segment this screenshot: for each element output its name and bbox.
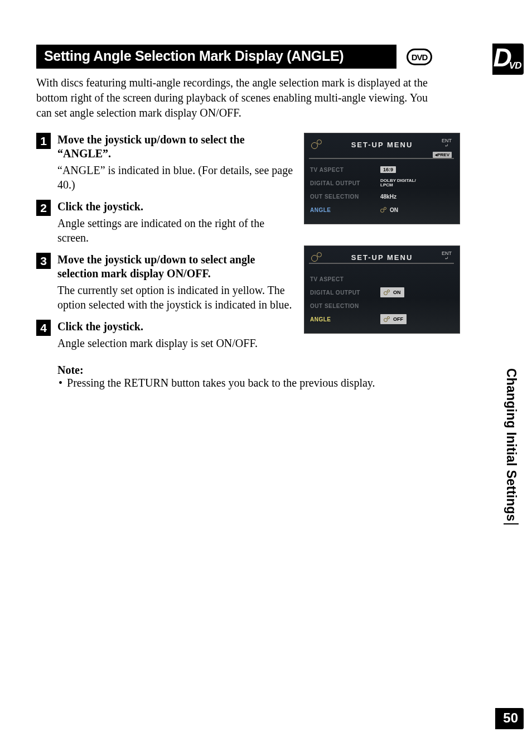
step-desc: The currently set option is indicated in… — [57, 283, 298, 312]
row-label: ANGLE — [309, 316, 380, 322]
prev-button[interactable]: ◂PREV — [433, 152, 452, 158]
step-desc: Angle selection mark display is set ON/O… — [57, 336, 298, 350]
gears-icon — [384, 315, 391, 323]
note-bullet: • Pressing the RETURN button takes you b… — [57, 377, 432, 389]
gears-icon — [380, 206, 388, 214]
step-title: Move the joystick up/down to select the … — [57, 133, 298, 161]
note-block: Note: • Pressing the RETURN button takes… — [57, 364, 432, 389]
row-label: DIGITAL OUTPUT — [309, 180, 380, 186]
step-title: Move the joystick up/down to select angl… — [57, 253, 298, 281]
step-desc: “ANGLE” is indicated in blue. (For detai… — [57, 163, 298, 192]
gears-icon — [311, 138, 323, 150]
step-desc: Angle settings are indicated on the righ… — [57, 216, 298, 245]
menu-row-angle[interactable]: ANGLE ON — [309, 204, 455, 216]
menu-row-out-selection[interactable]: OUT SELECTION 48kHz — [309, 190, 455, 203]
option-on: ON — [380, 287, 404, 297]
dvd-side-tab: D VD — [492, 44, 524, 75]
menu-title: SET-UP MENU — [351, 253, 413, 262]
note-text: Pressing the RETURN button takes you bac… — [67, 377, 375, 389]
row-label: ANGLE — [309, 207, 380, 213]
step-number: 4 — [36, 320, 51, 336]
row-value: ON — [390, 207, 398, 213]
section-title: Setting Angle Selection Mark Display (AN… — [36, 45, 396, 69]
menu-row-tv-aspect[interactable]: TV ASPECT 16:9 — [309, 163, 455, 176]
gears-icon — [384, 288, 391, 296]
row-label: DIGITAL OUTPUT — [309, 290, 380, 296]
row-value: DOLBY DIGITAL/ LPCM — [380, 179, 416, 187]
option-off: OFF — [380, 314, 407, 324]
dvd-disc-icon — [407, 49, 432, 65]
menu-row-digital-output[interactable]: DIGITAL OUTPUT ON — [309, 286, 455, 298]
menu-row-tv-aspect[interactable]: TV ASPECT — [309, 273, 455, 285]
title-row: Setting Angle Selection Mark Display (AN… — [36, 45, 432, 69]
bullet-dot: • — [59, 377, 62, 389]
menu-title: SET-UP MENU — [351, 141, 413, 149]
row-label: OUT SELECTION — [309, 303, 380, 309]
setup-menu-panel-1: SET-UP MENU ENT⤶ ◂PREV TV ASPECT 16:9 DI… — [304, 133, 460, 224]
step-title: Click the joystick. — [57, 200, 298, 214]
step-number: 3 — [36, 253, 51, 269]
gears-icon — [311, 251, 323, 263]
intro-paragraph: With discs featuring multi-angle recordi… — [36, 75, 432, 121]
ent-indicator: ENT⤶ — [442, 138, 452, 148]
step-number: 1 — [36, 133, 51, 149]
row-label: TV ASPECT — [309, 276, 380, 282]
row-value: 16:9 — [380, 166, 396, 173]
menu-row-out-selection[interactable]: OUT SELECTION — [309, 300, 455, 312]
step-number: 2 — [36, 200, 51, 216]
ent-indicator: ENT⤶ — [442, 251, 452, 261]
row-label: TV ASPECT — [309, 167, 380, 173]
page-number: 50 — [495, 708, 524, 729]
setup-menu-panel-2: SET-UP MENU ENT⤶ TV ASPECT DIGITAL OUTPU… — [304, 245, 460, 334]
menu-row-digital-output[interactable]: DIGITAL OUTPUT DOLBY DIGITAL/ LPCM — [309, 177, 455, 189]
dvd-tab-d: D — [494, 42, 511, 73]
note-heading: Note: — [57, 364, 432, 377]
row-value: 48kHz — [380, 194, 396, 200]
menu-row-angle[interactable]: ANGLE OFF — [309, 313, 455, 325]
menu-screenshots: SET-UP MENU ENT⤶ ◂PREV TV ASPECT 16:9 DI… — [304, 133, 460, 355]
step-title: Click the joystick. — [57, 320, 298, 334]
section-side-label: Changing Initial Settings — [504, 368, 519, 524]
row-label: OUT SELECTION — [309, 194, 380, 200]
dvd-tab-vd: VD — [509, 60, 521, 71]
